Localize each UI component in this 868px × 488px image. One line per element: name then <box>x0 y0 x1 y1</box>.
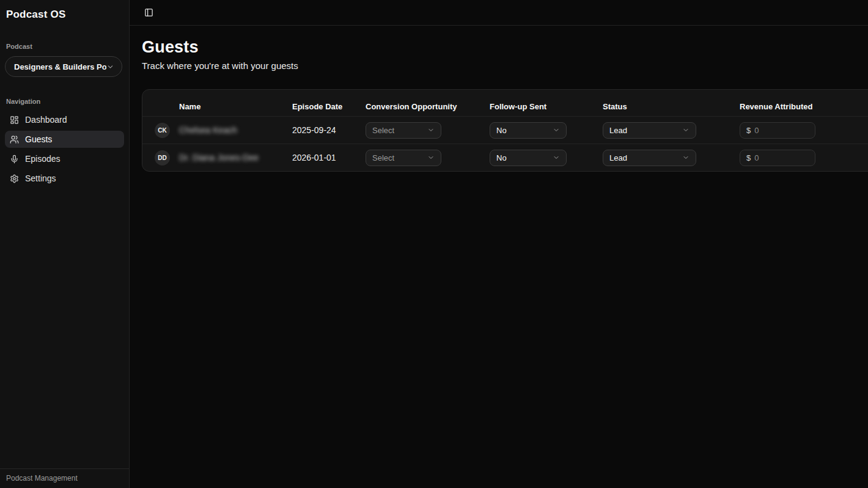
guest-name: Dr. Diana Jones-Dee <box>179 153 292 162</box>
column-header-episode-date: Episode Date <box>292 102 366 111</box>
dashboard-icon <box>10 115 19 125</box>
sidebar-item-label: Guests <box>25 134 52 144</box>
currency-prefix: $ <box>746 126 751 135</box>
podcast-selector[interactable]: Designers & Builders Podca <box>5 56 122 77</box>
status-select[interactable]: Lead <box>603 122 696 139</box>
sidebar-item-episodes[interactable]: Episodes <box>5 150 124 167</box>
currency-prefix: $ <box>746 153 751 162</box>
chevron-down-icon <box>682 154 690 161</box>
column-header-follow-up-sent: Follow-up Sent <box>490 102 603 111</box>
avatar: DD <box>155 150 170 166</box>
sidebar-item-label: Dashboard <box>25 115 67 125</box>
guests-table-card: Name Episode Date Conversion Opportunity… <box>142 89 868 172</box>
page-title: Guests <box>142 38 868 57</box>
follow-up-sent-select[interactable]: No <box>490 122 567 139</box>
table-row: CK Chelsea Keach 2025-09-24 Select No <box>142 116 868 144</box>
chevron-down-icon <box>682 126 690 134</box>
chevron-down-icon <box>553 154 560 161</box>
sidebar-nav: Dashboard Guests Episodes Settings <box>5 111 124 187</box>
table-row: DD Dr. Diana Jones-Dee 2026-01-01 Select… <box>142 144 868 171</box>
conversion-opportunity-select[interactable]: Select <box>366 122 441 139</box>
episode-date: 2026-01-01 <box>292 153 366 162</box>
column-header-status: Status <box>603 102 740 111</box>
column-header-conversion-opportunity: Conversion Opportunity <box>366 102 490 111</box>
episode-date: 2025-09-24 <box>292 125 366 135</box>
guest-name: Chelsea Keach <box>179 125 292 135</box>
sidebar-toggle-button[interactable] <box>142 6 155 20</box>
gear-icon <box>10 174 19 183</box>
conversion-opportunity-select[interactable]: Select <box>366 150 441 166</box>
table-header-row: Name Episode Date Conversion Opportunity… <box>142 97 868 116</box>
avatar: CK <box>155 123 170 138</box>
topbar <box>130 0 868 26</box>
revenue-attributed-input[interactable] <box>754 153 803 162</box>
chevron-down-icon <box>106 63 114 71</box>
status-select[interactable]: Lead <box>603 150 696 166</box>
sidebar-item-label: Settings <box>25 173 56 183</box>
chevron-down-icon <box>553 126 560 134</box>
revenue-attributed-input[interactable] <box>754 126 803 135</box>
column-header-name: Name <box>179 102 292 111</box>
nav-section-label: Navigation <box>6 98 123 105</box>
sidebar-footer: Podcast Management <box>0 468 129 488</box>
podcast-selector-value: Designers & Builders Podca <box>14 62 106 71</box>
microphone-icon <box>10 155 19 164</box>
sidebar-item-guests[interactable]: Guests <box>5 131 124 148</box>
column-header-revenue-attributed: Revenue Attributed <box>740 102 868 111</box>
follow-up-sent-select[interactable]: No <box>490 150 567 166</box>
revenue-attributed-field: $ <box>740 150 815 166</box>
page-subtitle: Track where you're at with your guests <box>142 60 868 71</box>
users-icon <box>10 135 19 144</box>
sidebar-item-label: Episodes <box>25 154 61 164</box>
chevron-down-icon <box>427 126 435 134</box>
podcast-section-label: Podcast <box>6 43 123 50</box>
panel-left-icon <box>144 8 153 17</box>
revenue-attributed-field: $ <box>740 122 815 139</box>
page-content: Guests Track where you're at with your g… <box>130 26 868 172</box>
sidebar-item-dashboard[interactable]: Dashboard <box>5 111 124 128</box>
main-area: Guests Track where you're at with your g… <box>130 0 868 488</box>
sidebar-item-settings[interactable]: Settings <box>5 170 124 187</box>
chevron-down-icon <box>427 154 435 161</box>
app-title: Podcast OS <box>5 9 124 21</box>
app-window: Podcast OS Podcast Designers & Builders … <box>0 0 868 488</box>
sidebar: Podcast OS Podcast Designers & Builders … <box>0 0 130 488</box>
